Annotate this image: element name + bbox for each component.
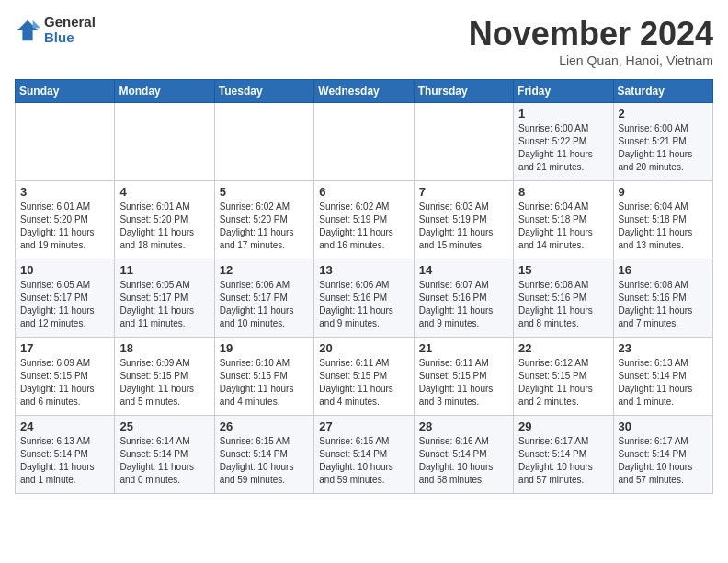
day-number: 19 (220, 341, 309, 355)
day-info: Sunrise: 6:06 AM Sunset: 5:17 PM Dayligh… (220, 279, 309, 330)
calendar-cell: 3Sunrise: 6:01 AM Sunset: 5:20 PM Daylig… (16, 181, 115, 259)
weekday-header: Saturday (613, 80, 712, 103)
day-number: 1 (518, 107, 608, 121)
day-info: Sunrise: 6:16 AM Sunset: 5:14 PM Dayligh… (419, 435, 508, 487)
day-number: 10 (20, 263, 109, 277)
day-info: Sunrise: 6:00 AM Sunset: 5:22 PM Dayligh… (518, 122, 608, 174)
day-number: 11 (119, 263, 209, 277)
day-number: 18 (119, 341, 209, 355)
day-info: Sunrise: 6:15 AM Sunset: 5:14 PM Dayligh… (220, 435, 309, 487)
calendar-cell: 8Sunrise: 6:04 AM Sunset: 5:18 PM Daylig… (514, 181, 613, 259)
weekday-row: SundayMondayTuesdayWednesdayThursdayFrid… (16, 80, 713, 103)
calendar-cell: 5Sunrise: 6:02 AM Sunset: 5:20 PM Daylig… (214, 181, 313, 259)
calendar-header: SundayMondayTuesdayWednesdayThursdayFrid… (16, 80, 713, 103)
calendar-cell: 12Sunrise: 6:06 AM Sunset: 5:17 PM Dayli… (214, 259, 313, 338)
calendar-week-row: 3Sunrise: 6:01 AM Sunset: 5:20 PM Daylig… (16, 181, 713, 259)
day-info: Sunrise: 6:17 AM Sunset: 5:14 PM Dayligh… (619, 435, 708, 487)
calendar-week-row: 10Sunrise: 6:05 AM Sunset: 5:17 PM Dayli… (16, 259, 713, 338)
calendar-cell: 18Sunrise: 6:09 AM Sunset: 5:15 PM Dayli… (115, 338, 214, 416)
day-number: 12 (220, 263, 309, 277)
calendar-week-row: 24Sunrise: 6:13 AM Sunset: 5:14 PM Dayli… (16, 416, 713, 494)
calendar-cell: 25Sunrise: 6:14 AM Sunset: 5:14 PM Dayli… (115, 416, 214, 494)
weekday-header: Thursday (414, 80, 513, 103)
day-number: 17 (20, 341, 109, 355)
day-number: 9 (619, 185, 708, 199)
day-info: Sunrise: 6:09 AM Sunset: 5:15 PM Dayligh… (20, 357, 109, 408)
logo-blue: Blue (44, 30, 96, 46)
calendar-cell: 14Sunrise: 6:07 AM Sunset: 5:16 PM Dayli… (414, 259, 513, 338)
day-info: Sunrise: 6:11 AM Sunset: 5:15 PM Dayligh… (419, 357, 508, 408)
day-info: Sunrise: 6:01 AM Sunset: 5:20 PM Dayligh… (20, 201, 109, 252)
calendar-cell: 30Sunrise: 6:17 AM Sunset: 5:14 PM Dayli… (613, 416, 712, 494)
day-info: Sunrise: 6:10 AM Sunset: 5:15 PM Dayligh… (220, 357, 309, 408)
day-info: Sunrise: 6:04 AM Sunset: 5:18 PM Dayligh… (619, 201, 708, 252)
svg-marker-1 (33, 19, 40, 27)
day-number: 5 (220, 185, 309, 199)
month-title: November 2024 (469, 15, 713, 53)
day-number: 30 (619, 419, 708, 433)
calendar-cell (214, 103, 313, 181)
calendar-cell (314, 103, 414, 181)
calendar-cell: 11Sunrise: 6:05 AM Sunset: 5:17 PM Dayli… (115, 259, 214, 338)
day-number: 20 (319, 341, 408, 355)
day-info: Sunrise: 6:15 AM Sunset: 5:14 PM Dayligh… (319, 435, 408, 487)
weekday-header: Monday (115, 80, 214, 103)
calendar-cell: 1Sunrise: 6:00 AM Sunset: 5:22 PM Daylig… (514, 103, 613, 181)
calendar-cell: 19Sunrise: 6:10 AM Sunset: 5:15 PM Dayli… (214, 338, 313, 416)
day-number: 15 (518, 263, 608, 277)
day-number: 7 (419, 185, 508, 199)
day-number: 26 (220, 419, 309, 433)
day-info: Sunrise: 6:07 AM Sunset: 5:16 PM Dayligh… (419, 279, 508, 330)
location: Lien Quan, Hanoi, Vietnam (469, 53, 713, 68)
day-info: Sunrise: 6:04 AM Sunset: 5:18 PM Dayligh… (518, 201, 608, 252)
calendar-cell: 20Sunrise: 6:11 AM Sunset: 5:15 PM Dayli… (314, 338, 414, 416)
day-number: 22 (518, 341, 608, 355)
day-number: 25 (119, 419, 209, 433)
calendar-cell: 15Sunrise: 6:08 AM Sunset: 5:16 PM Dayli… (514, 259, 613, 338)
day-info: Sunrise: 6:01 AM Sunset: 5:20 PM Dayligh… (119, 201, 209, 252)
calendar-body: 1Sunrise: 6:00 AM Sunset: 5:22 PM Daylig… (16, 103, 713, 494)
day-number: 24 (20, 419, 109, 433)
day-info: Sunrise: 6:00 AM Sunset: 5:21 PM Dayligh… (619, 122, 708, 174)
weekday-header: Wednesday (314, 80, 414, 103)
day-info: Sunrise: 6:06 AM Sunset: 5:16 PM Dayligh… (319, 279, 408, 330)
day-number: 13 (319, 263, 408, 277)
day-number: 16 (619, 263, 708, 277)
logo-text: General Blue (44, 15, 96, 45)
day-number: 3 (20, 185, 109, 199)
day-info: Sunrise: 6:13 AM Sunset: 5:14 PM Dayligh… (619, 357, 708, 408)
day-info: Sunrise: 6:05 AM Sunset: 5:17 PM Dayligh… (20, 279, 109, 330)
calendar-week-row: 1Sunrise: 6:00 AM Sunset: 5:22 PM Daylig… (16, 103, 713, 181)
day-info: Sunrise: 6:08 AM Sunset: 5:16 PM Dayligh… (619, 279, 708, 330)
weekday-header: Tuesday (214, 80, 313, 103)
calendar-cell: 16Sunrise: 6:08 AM Sunset: 5:16 PM Dayli… (613, 259, 712, 338)
day-info: Sunrise: 6:02 AM Sunset: 5:19 PM Dayligh… (319, 201, 408, 252)
calendar-table: SundayMondayTuesdayWednesdayThursdayFrid… (15, 79, 713, 494)
logo-general: General (44, 15, 96, 30)
calendar-cell: 22Sunrise: 6:12 AM Sunset: 5:15 PM Dayli… (514, 338, 613, 416)
day-number: 4 (119, 185, 209, 199)
day-info: Sunrise: 6:05 AM Sunset: 5:17 PM Dayligh… (119, 279, 209, 330)
day-number: 29 (518, 419, 608, 433)
day-number: 28 (419, 419, 508, 433)
day-info: Sunrise: 6:14 AM Sunset: 5:14 PM Dayligh… (119, 435, 209, 487)
calendar-cell: 2Sunrise: 6:00 AM Sunset: 5:21 PM Daylig… (613, 103, 712, 181)
logo: General Blue (15, 15, 96, 45)
day-number: 6 (319, 185, 408, 199)
day-info: Sunrise: 6:02 AM Sunset: 5:20 PM Dayligh… (220, 201, 309, 252)
title-block: November 2024 Lien Quan, Hanoi, Vietnam (469, 15, 713, 68)
calendar-cell: 23Sunrise: 6:13 AM Sunset: 5:14 PM Dayli… (613, 338, 712, 416)
day-info: Sunrise: 6:03 AM Sunset: 5:19 PM Dayligh… (419, 201, 508, 252)
day-number: 23 (619, 341, 708, 355)
day-number: 27 (319, 419, 408, 433)
calendar-cell (16, 103, 115, 181)
calendar-cell: 6Sunrise: 6:02 AM Sunset: 5:19 PM Daylig… (314, 181, 414, 259)
calendar-cell: 26Sunrise: 6:15 AM Sunset: 5:14 PM Dayli… (214, 416, 313, 494)
page-header: General Blue November 2024 Lien Quan, Ha… (15, 15, 713, 68)
calendar-cell: 10Sunrise: 6:05 AM Sunset: 5:17 PM Dayli… (16, 259, 115, 338)
calendar-cell: 13Sunrise: 6:06 AM Sunset: 5:16 PM Dayli… (314, 259, 414, 338)
calendar-cell: 7Sunrise: 6:03 AM Sunset: 5:19 PM Daylig… (414, 181, 513, 259)
weekday-header: Friday (514, 80, 613, 103)
calendar-cell: 17Sunrise: 6:09 AM Sunset: 5:15 PM Dayli… (16, 338, 115, 416)
calendar-cell (115, 103, 214, 181)
